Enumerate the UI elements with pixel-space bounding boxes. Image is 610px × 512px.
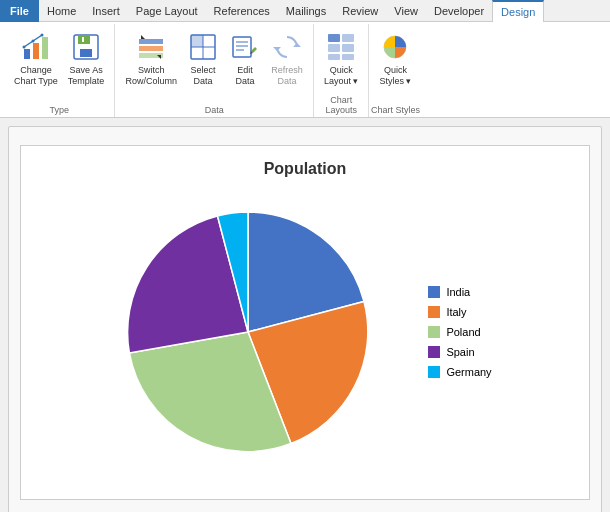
- legend-color-italy: [428, 306, 440, 318]
- legend-label-spain: Spain: [446, 346, 474, 358]
- svg-rect-24: [342, 34, 354, 42]
- select-data-icon: [187, 31, 219, 63]
- ribbon-group-type: ChangeChart Type Save AsTemplate Type: [4, 24, 115, 117]
- change-chart-type-icon: [20, 31, 52, 63]
- svg-rect-9: [82, 37, 84, 42]
- refresh-data-label: RefreshData: [271, 65, 303, 87]
- menu-insert[interactable]: Insert: [84, 0, 128, 22]
- menu-design[interactable]: Design: [492, 0, 544, 22]
- svg-rect-2: [42, 37, 48, 59]
- chart-layouts-group-label: Chart Layouts: [314, 95, 369, 115]
- legend-item-spain: Spain: [428, 346, 491, 358]
- save-as-template-label: Save AsTemplate: [68, 65, 105, 87]
- data-group-label: Data: [115, 105, 313, 115]
- edit-data-button[interactable]: EditData: [225, 28, 265, 90]
- refresh-data-button[interactable]: RefreshData: [267, 28, 307, 90]
- ribbon: ChangeChart Type Save AsTemplate Type: [0, 22, 610, 118]
- svg-marker-22: [273, 47, 281, 51]
- ribbon-group-chart-layouts: QuickLayout ▾ Chart Layouts: [314, 24, 370, 117]
- legend-label-germany: Germany: [446, 366, 491, 378]
- svg-rect-17: [233, 37, 251, 57]
- ribbon-group-chart-styles: QuickStyles ▾ Chart Styles: [369, 24, 421, 117]
- chart-legend: India Italy Poland Spain: [428, 286, 491, 378]
- svg-rect-0: [24, 49, 30, 59]
- legend-color-germany: [428, 366, 440, 378]
- menu-review[interactable]: Review: [334, 0, 386, 22]
- svg-rect-14: [191, 35, 203, 47]
- switch-row-column-button[interactable]: SwitchRow/Column: [121, 28, 181, 90]
- menu-bar: File Home Insert Page Layout References …: [0, 0, 610, 22]
- quick-layout-button[interactable]: QuickLayout ▾: [320, 28, 363, 90]
- svg-point-3: [22, 46, 25, 49]
- svg-rect-10: [139, 39, 163, 44]
- switch-row-column-icon: [135, 31, 167, 63]
- chart-title: Population: [264, 160, 347, 178]
- menu-mailings[interactable]: Mailings: [278, 0, 334, 22]
- legend-item-poland: Poland: [428, 326, 491, 338]
- svg-rect-26: [342, 44, 354, 52]
- svg-rect-8: [80, 49, 92, 57]
- save-as-template-button[interactable]: Save AsTemplate: [64, 28, 109, 90]
- svg-rect-11: [139, 46, 163, 51]
- select-data-label: SelectData: [190, 65, 215, 87]
- legend-label-india: India: [446, 286, 470, 298]
- chart-content: India Italy Poland Spain: [31, 156, 579, 489]
- menu-file[interactable]: File: [0, 0, 39, 22]
- refresh-data-icon: [271, 31, 303, 63]
- svg-rect-27: [328, 54, 340, 60]
- legend-label-italy: Italy: [446, 306, 466, 318]
- select-data-button[interactable]: SelectData: [183, 28, 223, 90]
- quick-layout-label: QuickLayout ▾: [324, 65, 359, 87]
- change-chart-type-label: ChangeChart Type: [14, 65, 58, 87]
- chart-styles-group-label: Chart Styles: [369, 105, 421, 115]
- save-as-template-icon: [70, 31, 102, 63]
- quick-styles-label: QuickStyles ▾: [379, 65, 411, 87]
- svg-point-5: [40, 34, 43, 37]
- pie-chart: [118, 202, 378, 462]
- menu-developer[interactable]: Developer: [426, 0, 492, 22]
- svg-rect-23: [328, 34, 340, 42]
- ribbon-group-data: SwitchRow/Column SelectData: [115, 24, 314, 117]
- edit-data-label: EditData: [235, 65, 254, 87]
- pie-wrapper: India Italy Poland Spain: [118, 202, 491, 462]
- menu-home[interactable]: Home: [39, 0, 84, 22]
- svg-rect-1: [33, 43, 39, 59]
- change-chart-type-button[interactable]: ChangeChart Type: [10, 28, 62, 90]
- chart-inner: Population: [20, 145, 590, 500]
- menu-page-layout[interactable]: Page Layout: [128, 0, 206, 22]
- svg-rect-25: [328, 44, 340, 52]
- svg-rect-28: [342, 54, 354, 60]
- legend-color-india: [428, 286, 440, 298]
- legend-item-italy: Italy: [428, 306, 491, 318]
- legend-label-poland: Poland: [446, 326, 480, 338]
- legend-item-germany: Germany: [428, 366, 491, 378]
- quick-styles-button[interactable]: QuickStyles ▾: [375, 28, 415, 90]
- menu-view[interactable]: View: [386, 0, 426, 22]
- type-group-label: Type: [4, 105, 114, 115]
- switch-row-column-label: SwitchRow/Column: [125, 65, 177, 87]
- edit-data-icon: [229, 31, 261, 63]
- svg-marker-21: [293, 43, 301, 47]
- quick-styles-icon: [379, 31, 411, 63]
- legend-item-india: India: [428, 286, 491, 298]
- svg-point-4: [31, 40, 34, 43]
- chart-container: Population: [8, 126, 602, 512]
- legend-color-poland: [428, 326, 440, 338]
- menu-references[interactable]: References: [206, 0, 278, 22]
- legend-color-spain: [428, 346, 440, 358]
- quick-layout-icon: [325, 31, 357, 63]
